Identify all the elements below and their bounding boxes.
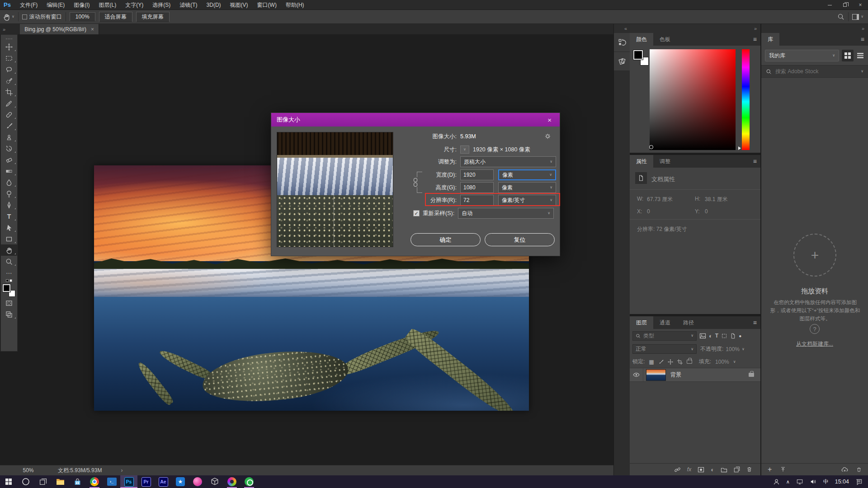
smart-object-filter-icon[interactable] xyxy=(730,333,736,339)
scroll-all-windows-checkbox[interactable] xyxy=(22,14,27,19)
dialog-title-bar[interactable]: 图像大小 × xyxy=(271,113,560,127)
history-brush-tool[interactable] xyxy=(1,143,17,154)
fill-value[interactable]: 100% xyxy=(715,359,729,365)
sync-disabled-icon[interactable] xyxy=(841,466,848,473)
new-library-from-document-link[interactable]: 从文档新建库... xyxy=(761,340,868,348)
dodge-tool[interactable] xyxy=(1,188,17,199)
layer-row-background[interactable]: 背景 xyxy=(630,368,760,382)
delete-layer-icon[interactable] xyxy=(746,466,752,473)
tab-paths[interactable]: 路径 xyxy=(677,316,700,329)
width-input[interactable] xyxy=(460,169,494,180)
hand-tool[interactable] xyxy=(1,244,17,256)
ok-button[interactable]: 确定 xyxy=(410,233,481,246)
blend-mode-select[interactable]: 正常 ∨ xyxy=(632,344,697,354)
lock-transparency-icon[interactable]: ▦ xyxy=(649,359,654,365)
paint3d-button[interactable] xyxy=(189,475,206,488)
panel-menu-icon[interactable]: ≡ xyxy=(750,33,760,46)
type-filter-icon[interactable]: T xyxy=(715,333,718,339)
lock-all-icon[interactable] xyxy=(687,360,692,364)
new-layer-icon[interactable] xyxy=(734,466,740,473)
hand-tool-option-icon[interactable] xyxy=(3,13,10,21)
tab-channels[interactable]: 通道 xyxy=(653,316,677,329)
layer-thumbnail[interactable] xyxy=(646,369,666,381)
eraser-tool[interactable] xyxy=(1,154,17,165)
workspace-switcher-icon[interactable] xyxy=(852,14,859,20)
tab-color[interactable]: 颜色 xyxy=(630,33,653,46)
opacity-value[interactable]: 100% xyxy=(726,346,740,352)
layer-name[interactable]: 背景 xyxy=(670,371,681,379)
foreground-color-swatch[interactable] xyxy=(3,284,10,292)
dialog-close-icon[interactable]: × xyxy=(545,116,554,124)
hue-slider-marker[interactable] xyxy=(738,146,741,150)
file-explorer-button[interactable] xyxy=(52,475,69,488)
grid-view-button[interactable] xyxy=(842,50,854,61)
add-element-button[interactable]: + xyxy=(768,465,772,474)
marquee-tool[interactable] xyxy=(1,52,17,64)
tab-swatches[interactable]: 色板 xyxy=(653,33,677,46)
shape-filter-icon[interactable] xyxy=(721,333,727,339)
width-unit-select[interactable]: 像素 ∨ xyxy=(498,169,556,180)
toolbar-grip[interactable] xyxy=(6,38,12,39)
people-tray-icon[interactable] xyxy=(773,479,780,485)
menu-file[interactable]: 文件(F) xyxy=(15,0,42,10)
list-view-button[interactable] xyxy=(854,50,866,61)
edit-toolbar-button[interactable]: ⋯ xyxy=(1,267,17,278)
premiere-button[interactable]: Pr xyxy=(137,475,155,488)
adobe-stock-search-input[interactable] xyxy=(775,68,861,75)
adjustment-filter-icon[interactable]: ◐ xyxy=(709,333,712,339)
shape-tool[interactable] xyxy=(1,233,17,244)
collapse-panels-icon[interactable]: » xyxy=(0,27,8,32)
color-picker-cursor[interactable] xyxy=(649,145,653,149)
spot-healing-tool[interactable] xyxy=(1,109,17,120)
menu-select[interactable]: 选择(S) xyxy=(148,0,175,10)
layer-visibility-toggle[interactable] xyxy=(630,368,643,381)
crop-tool[interactable] xyxy=(1,86,17,98)
lock-position-icon[interactable] xyxy=(668,359,673,365)
drop-assets-circle[interactable]: + xyxy=(793,234,836,277)
lock-paint-icon[interactable] xyxy=(658,359,664,365)
chrome-button[interactable] xyxy=(86,475,103,488)
link-layers-icon[interactable] xyxy=(674,466,681,473)
layer-group-icon[interactable] xyxy=(721,467,727,473)
clock[interactable]: 15:04 xyxy=(835,479,849,485)
document-tab[interactable]: Bing.jpg @ 50%(RGB/8#) × xyxy=(20,24,99,34)
panel-menu-icon[interactable]: ≡ xyxy=(750,316,760,329)
layer-style-icon[interactable]: fx xyxy=(687,466,691,473)
powershell-button[interactable]: ›_ xyxy=(103,475,120,488)
tab-libraries[interactable]: 库 xyxy=(761,33,779,46)
menu-3d[interactable]: 3D(D) xyxy=(202,0,226,10)
menu-help[interactable]: 帮助(H) xyxy=(281,0,309,10)
search-icon[interactable] xyxy=(837,13,844,20)
brush-tool[interactable] xyxy=(1,120,17,131)
menu-layer[interactable]: 图层(L) xyxy=(94,0,121,10)
fit-to-select[interactable]: 原稿大小 ∨ xyxy=(460,156,556,167)
share-library-icon[interactable] xyxy=(780,466,786,473)
lasso-tool[interactable] xyxy=(1,64,17,75)
height-input[interactable] xyxy=(460,182,494,193)
ime-indicator[interactable]: 中 xyxy=(823,478,829,486)
quick-mask-button[interactable] xyxy=(1,297,17,309)
notes-panel-button[interactable] xyxy=(614,52,630,71)
quick-selection-tool[interactable] xyxy=(1,75,17,86)
volume-tray-icon[interactable] xyxy=(810,479,817,485)
3d-viewer-button[interactable] xyxy=(206,475,223,488)
after-effects-button[interactable]: Ae xyxy=(155,475,172,488)
pixel-filter-icon[interactable] xyxy=(699,333,706,339)
restore-button[interactable] xyxy=(837,0,853,10)
foreground-background-swatch[interactable] xyxy=(2,284,16,297)
hue-slider[interactable] xyxy=(742,49,750,150)
blur-tool[interactable] xyxy=(1,177,17,188)
close-button[interactable]: × xyxy=(853,0,868,10)
green-app-button[interactable] xyxy=(241,475,258,488)
chevron-down-icon[interactable]: ∨ xyxy=(733,360,736,364)
gear-icon[interactable] xyxy=(544,133,551,140)
type-tool[interactable]: T xyxy=(1,211,17,222)
chevron-down-icon[interactable]: ∨ xyxy=(861,70,863,73)
chevron-down-icon[interactable]: ∨ xyxy=(12,15,14,19)
history-panel-button[interactable] xyxy=(614,33,630,52)
filter-pin-icon[interactable]: ● xyxy=(739,333,741,338)
status-zoom-level[interactable]: 50% xyxy=(16,467,41,474)
dimensions-unit-chip[interactable]: ∨ xyxy=(460,145,469,154)
menu-edit[interactable]: 编辑(E) xyxy=(42,0,69,10)
expand-panels-icon[interactable]: « xyxy=(614,24,630,33)
